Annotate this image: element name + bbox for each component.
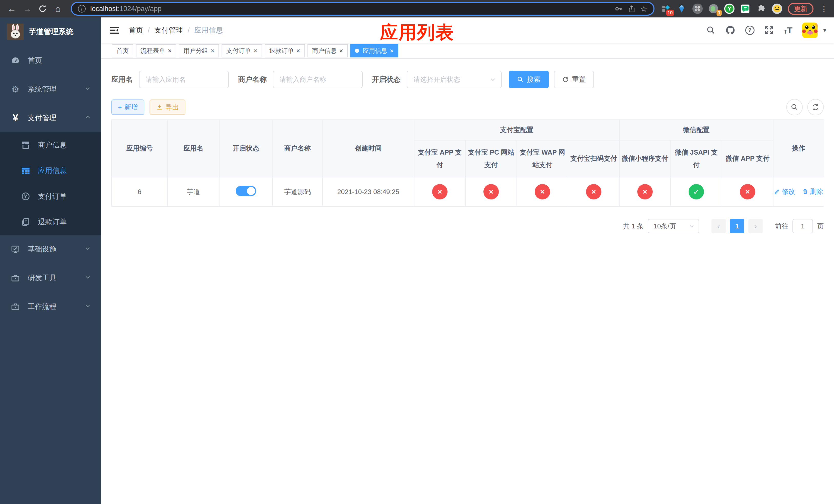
- alipay-qr-status-icon: ×: [586, 184, 601, 200]
- sidebar-item-dev-tools[interactable]: 研发工具: [0, 264, 101, 292]
- browser-update-button[interactable]: 更新: [788, 3, 813, 15]
- header-search-icon[interactable]: [706, 26, 716, 35]
- extension-chat-icon[interactable]: [740, 4, 750, 14]
- col-wechat-jsapi: 微信 JSAPI 支付: [671, 140, 722, 177]
- github-icon[interactable]: [725, 25, 736, 36]
- close-icon[interactable]: ×: [390, 47, 394, 54]
- breadcrumb-current: 应用信息: [194, 25, 223, 35]
- sidebar-item-workflow[interactable]: 工作流程: [0, 292, 101, 321]
- col-group-wechat: 微信配置: [619, 120, 773, 140]
- browser-forward-icon[interactable]: →: [21, 2, 34, 15]
- col-wechat-app: 微信 APP 支付: [722, 140, 773, 177]
- sidebar: 芋道管理系统 首页 ⚙ 系统管理 ¥ 支付管理: [0, 18, 101, 504]
- sidebar-item-home[interactable]: 首页: [0, 46, 101, 75]
- sidebar-item-payment[interactable]: ¥ 支付管理: [0, 104, 101, 132]
- plus-icon: +: [118, 103, 122, 111]
- shop-icon: [21, 140, 31, 150]
- font-size-icon[interactable]: TT: [784, 26, 792, 35]
- app-name-input[interactable]: [139, 71, 229, 88]
- extension-yudao-icon[interactable]: Y: [724, 4, 734, 14]
- gear-icon: ⚙: [10, 84, 21, 94]
- avatar-caret-icon[interactable]: ▾: [823, 27, 826, 34]
- fullscreen-icon[interactable]: [764, 25, 774, 35]
- add-button[interactable]: + 新增: [111, 99, 145, 115]
- sidebar-logo[interactable]: 芋道管理系统: [0, 18, 101, 46]
- password-key-icon[interactable]: [614, 4, 623, 13]
- browser-toolbar: ← → ⌂ i localhost:1024/pay/app ☆ 10: [0, 0, 834, 18]
- sidebar-item-refund-order[interactable]: 退款订单: [0, 209, 101, 235]
- extension-area: 10 ⌘ 1 Y 更新 ⋮: [661, 3, 829, 15]
- bookmark-star-icon[interactable]: ☆: [640, 4, 647, 13]
- chevron-down-icon: [85, 85, 91, 93]
- refresh-table-button[interactable]: [807, 99, 824, 115]
- close-icon[interactable]: ×: [254, 47, 257, 54]
- tab-pay-order[interactable]: 支付订单×: [222, 44, 262, 58]
- browser-reload-icon[interactable]: [36, 2, 49, 15]
- browser-home-icon[interactable]: ⌂: [51, 2, 65, 15]
- toggle-search-button[interactable]: [786, 99, 803, 115]
- close-icon[interactable]: ×: [297, 47, 300, 54]
- extension-grid-icon[interactable]: 10: [661, 4, 671, 14]
- sidebar-item-label: 商户信息: [38, 140, 67, 150]
- tab-process-form[interactable]: 流程表单×: [136, 44, 176, 58]
- documents-icon: [21, 217, 31, 227]
- merchant-name-input[interactable]: [273, 71, 363, 88]
- wechat-jsapi-status-icon: ✓: [688, 184, 704, 200]
- browser-menu-icon[interactable]: ⋮: [819, 4, 829, 13]
- tab-merchant-info[interactable]: 商户信息×: [307, 44, 348, 58]
- close-icon[interactable]: ×: [168, 47, 172, 54]
- reset-button[interactable]: 重置: [554, 71, 594, 88]
- extensions-puzzle-icon[interactable]: [756, 4, 766, 14]
- sidebar-item-infra[interactable]: 基础设施: [0, 235, 101, 264]
- goto-label: 前往: [775, 222, 788, 231]
- help-icon[interactable]: ?: [745, 26, 754, 35]
- sidebar-item-pay-order[interactable]: 支付订单: [0, 184, 101, 209]
- breadcrumb-separator: /: [148, 26, 150, 35]
- sidebar-item-system[interactable]: ⚙ 系统管理: [0, 75, 101, 104]
- tab-refund-order[interactable]: 退款订单×: [265, 44, 305, 58]
- breadcrumb-separator: /: [188, 26, 190, 35]
- breadcrumb-home[interactable]: 首页: [129, 25, 143, 35]
- edit-link[interactable]: 修改: [774, 187, 795, 196]
- sidebar-fold-icon[interactable]: [109, 26, 124, 35]
- sidebar-item-app-info[interactable]: 应用信息: [0, 158, 101, 184]
- extension-command-icon[interactable]: ⌘: [693, 4, 703, 14]
- breadcrumb-payment[interactable]: 支付管理: [154, 25, 183, 35]
- user-avatar[interactable]: [802, 23, 818, 38]
- col-alipay-app: 支付宝 APP 支付: [414, 140, 465, 177]
- monitor-check-icon: [10, 245, 21, 254]
- dashboard-icon: [10, 56, 21, 65]
- tags-view: 首页 流程表单× 用户分组× 支付订单× 退款订单× 商户信息× 应用信息×: [101, 43, 834, 59]
- site-info-icon[interactable]: i: [78, 5, 86, 13]
- close-icon[interactable]: ×: [339, 47, 343, 54]
- navbar-actions: ? TT ▾: [706, 23, 826, 38]
- enabled-switch[interactable]: [236, 186, 256, 196]
- close-icon[interactable]: ×: [211, 47, 214, 54]
- alipay-pc-status-icon: ×: [483, 184, 499, 200]
- sidebar-item-label: 基础设施: [28, 244, 57, 254]
- page-size-select[interactable]: 10条/页: [648, 219, 699, 233]
- tab-app-info[interactable]: 应用信息×: [350, 44, 398, 58]
- next-page-button[interactable]: ›: [748, 219, 763, 233]
- app-name-label: 应用名: [111, 75, 133, 84]
- prev-page-button[interactable]: ‹: [711, 219, 726, 233]
- tab-user-group[interactable]: 用户分组×: [179, 44, 219, 58]
- url-text: localhost:1024/pay/app: [90, 5, 161, 13]
- extension-gem-icon[interactable]: [677, 4, 687, 14]
- browser-back-icon[interactable]: ←: [5, 2, 19, 15]
- tab-home[interactable]: 首页: [112, 44, 133, 58]
- logo-avatar: [7, 24, 24, 40]
- search-button[interactable]: 搜索: [509, 71, 549, 88]
- sidebar-item-merchant-info[interactable]: 商户信息: [0, 132, 101, 158]
- address-bar[interactable]: i localhost:1024/pay/app ☆: [71, 2, 655, 16]
- delete-link[interactable]: 删除: [802, 187, 823, 196]
- goto-page-input[interactable]: [792, 219, 813, 233]
- cell-created: 2021-10-23 08:49:25: [322, 177, 414, 206]
- share-icon[interactable]: [628, 5, 636, 13]
- page-1-button[interactable]: 1: [730, 219, 744, 233]
- export-button[interactable]: 导出: [150, 99, 185, 115]
- status-select[interactable]: 请选择开启状态: [407, 71, 502, 88]
- extension-status-icon[interactable]: 1: [708, 4, 719, 14]
- profile-avatar-icon[interactable]: [772, 4, 782, 14]
- wechat-lite-status-icon: ×: [637, 184, 653, 200]
